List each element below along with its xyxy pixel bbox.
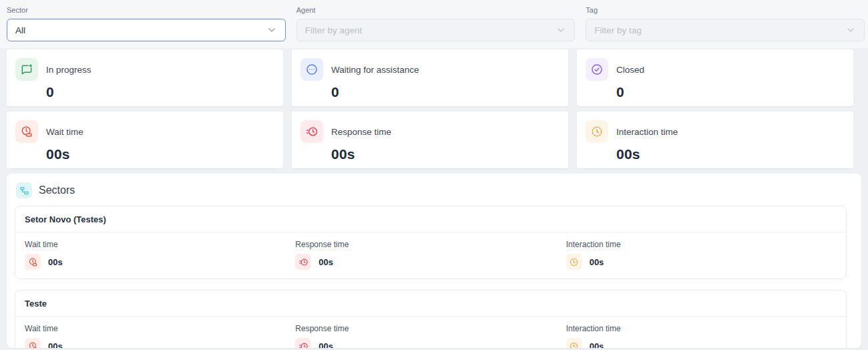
sector-wait-time: Wait time 00s — [25, 240, 295, 270]
waiting-card: Waiting for assistance 0 — [292, 49, 568, 106]
metric-label: Wait time — [25, 324, 295, 333]
interaction-time-card: Interaction time 00s — [577, 112, 853, 168]
sector-card: Teste Wait time 00s Response time — [15, 290, 847, 348]
waiting-value: 0 — [331, 84, 558, 100]
dots-circle-icon — [300, 58, 323, 81]
tag-filter: Tag Filter by tag — [586, 6, 865, 41]
tag-select[interactable]: Filter by tag — [586, 19, 865, 41]
sector-name: Teste — [15, 291, 846, 317]
count-cards-row: In progress 0 Waiting for assistance 0 — [7, 49, 853, 106]
sectors-panel: Sectors Setor Novo (Testes) Wait time 00… — [7, 174, 861, 348]
closed-card: Closed 0 — [577, 49, 853, 106]
in-progress-label: In progress — [46, 65, 91, 75]
sector-card: Setor Novo (Testes) Wait time 00s Respon… — [15, 206, 847, 279]
wait-time-label: Wait time — [46, 127, 83, 137]
clock-speed-icon — [295, 338, 311, 348]
interaction-time-value: 00s — [616, 146, 843, 162]
sector-interaction-time: Interaction time 00s — [566, 240, 837, 270]
wait-time-value: 00s — [46, 146, 272, 162]
sector-name: Setor Novo (Testes) — [15, 206, 846, 232]
sector-filter-label: Sector — [7, 6, 286, 14]
clock-pause-icon — [25, 254, 41, 270]
agent-select-placeholder: Filter by agent — [305, 25, 556, 35]
closed-value: 0 — [616, 84, 843, 100]
metric-label: Wait time — [25, 240, 295, 249]
metric-label: Interaction time — [566, 240, 837, 249]
sector-wait-time: Wait time 00s — [25, 324, 295, 348]
waiting-label: Waiting for assistance — [331, 65, 419, 75]
agent-filter: Agent Filter by agent — [296, 6, 576, 41]
clock-dashed-icon — [566, 254, 582, 270]
chevron-down-icon — [556, 25, 566, 35]
hierarchy-icon — [16, 182, 32, 198]
sector-interaction-time: Interaction time 00s — [566, 324, 837, 348]
clock-speed-icon — [295, 254, 311, 270]
metric-label: Interaction time — [566, 324, 837, 333]
sector-filter: Sector All — [7, 6, 286, 41]
clock-speed-icon — [300, 120, 323, 143]
filter-bar: Sector All Agent Filter by agent Tag Fil… — [0, 0, 868, 48]
check-circle-icon — [586, 58, 608, 81]
closed-label: Closed — [616, 65, 644, 75]
clock-pause-icon — [25, 338, 41, 348]
sector-response-time: Response time 00s — [295, 240, 566, 270]
metric-label: Response time — [295, 240, 566, 249]
response-time-label: Response time — [331, 127, 391, 137]
metric-label: Response time — [295, 324, 566, 333]
sectors-panel-title: Sectors — [39, 184, 75, 196]
metric-value: 00s — [590, 257, 604, 267]
in-progress-card: In progress 0 — [7, 49, 283, 106]
wait-time-card: Wait time 00s — [7, 112, 283, 168]
interaction-time-label: Interaction time — [616, 127, 678, 137]
sectors-panel-header: Sectors — [7, 174, 861, 206]
sector-select-value: All — [15, 25, 266, 35]
chat-bubble-icon — [15, 58, 38, 81]
response-time-value: 00s — [331, 146, 558, 162]
clock-pause-icon — [15, 120, 38, 143]
agent-select[interactable]: Filter by agent — [296, 19, 576, 41]
clock-dashed-icon — [566, 338, 582, 348]
agent-filter-label: Agent — [296, 6, 576, 14]
clock-dashed-icon — [586, 120, 608, 143]
metric-value: 00s — [590, 341, 604, 349]
metric-value: 00s — [48, 341, 63, 349]
chevron-down-icon — [266, 25, 277, 35]
response-time-card: Response time 00s — [292, 112, 568, 168]
sector-select[interactable]: All — [7, 19, 286, 41]
tag-select-placeholder: Filter by tag — [594, 25, 845, 35]
chevron-down-icon — [845, 25, 856, 35]
metric-value: 00s — [318, 257, 333, 267]
tag-filter-label: Tag — [586, 6, 865, 14]
sector-response-time: Response time 00s — [295, 324, 566, 348]
metric-value: 00s — [48, 257, 63, 267]
in-progress-value: 0 — [46, 84, 272, 100]
time-cards-row: Wait time 00s Response time 00s — [7, 112, 853, 168]
metric-value: 00s — [318, 341, 333, 349]
